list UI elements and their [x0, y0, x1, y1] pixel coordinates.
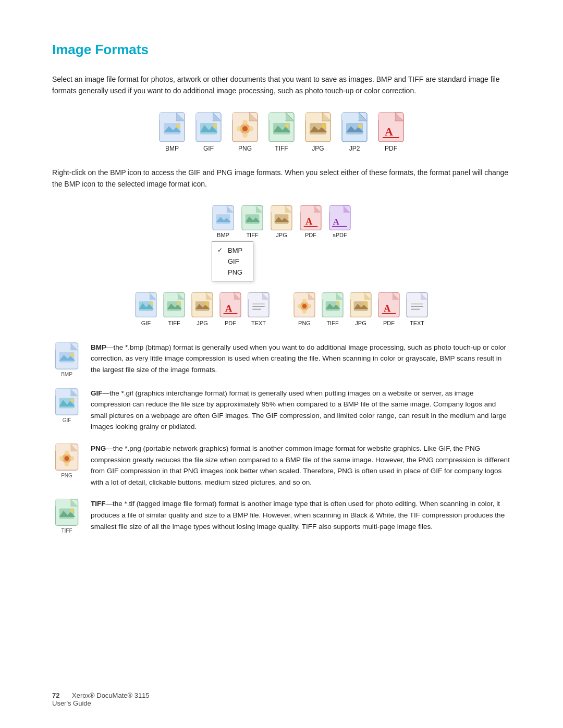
dropdown-item-gif[interactable]: GIF	[212, 256, 253, 267]
dd-spdf-icon: A	[328, 205, 351, 231]
svg-point-112	[336, 302, 339, 305]
s1-jpg: JPG	[191, 292, 214, 326]
desc-bmp-icon	[54, 342, 79, 370]
desc-bmp-text: BMP—the *.bmp (bitmap) format is general…	[91, 342, 511, 376]
desc-tiff-text: TIFF—the *.tif (tagged image file format…	[91, 498, 511, 532]
svg-rect-51	[242, 205, 256, 212]
svg-point-32	[322, 124, 326, 128]
desc-png-icon-col: PNG	[52, 443, 81, 478]
desc-png: PNG PNG—the *.png (portable network grap…	[52, 443, 511, 488]
svg-point-141	[70, 398, 74, 402]
s2-text: TEXT	[406, 292, 429, 326]
desc-gif: GIF GIF—the *.gif (graphics interchange …	[52, 388, 511, 433]
svg-point-5	[176, 124, 180, 128]
png-label: PNG	[238, 145, 252, 152]
tiff-label: TIFF	[275, 145, 288, 152]
svg-point-16	[242, 120, 248, 125]
s1-gif-label: GIF	[141, 320, 151, 326]
svg-rect-138	[55, 388, 70, 396]
svg-point-26	[285, 124, 289, 128]
svg-text:A: A	[305, 216, 313, 227]
right-click-text: Right-click on the BMP icon to access th…	[52, 167, 511, 190]
desc-png-icon	[54, 443, 79, 471]
svg-point-105	[307, 304, 311, 308]
svg-rect-83	[192, 292, 206, 299]
s1-pdf-label: PDF	[225, 320, 236, 326]
svg-point-11	[213, 124, 217, 128]
svg-rect-47	[216, 214, 230, 224]
desc-gif-icon-col: GIF	[52, 388, 81, 423]
desc-gif-icon	[54, 388, 79, 416]
svg-rect-126	[407, 292, 421, 299]
format-icon-png: PNG	[231, 112, 259, 152]
svg-rect-89	[220, 292, 234, 299]
desc-bmp-label: BMP	[61, 372, 72, 377]
svg-rect-57	[275, 214, 289, 224]
second-icons-group2: PNG TIFF	[293, 292, 429, 326]
bmp-label: BMP	[165, 145, 179, 152]
svg-text:A: A	[225, 303, 232, 314]
page-title: Image Formats	[52, 42, 511, 58]
s2-tiff: TIFF	[321, 292, 344, 326]
s2-text-label: TEXT	[410, 320, 424, 326]
png-icon	[231, 112, 259, 143]
dropdown-item-bmp[interactable]: BMP	[212, 245, 253, 256]
svg-point-17	[242, 132, 248, 138]
dd-tiff-icon	[241, 205, 264, 231]
format-icon-jp2: JP2	[341, 112, 368, 152]
format-icon-tiff: TIFF	[268, 112, 295, 152]
desc-png-label: PNG	[61, 473, 72, 478]
svg-text:A: A	[385, 125, 393, 138]
svg-point-149	[69, 456, 74, 461]
svg-point-80	[177, 302, 181, 305]
svg-rect-109	[322, 292, 336, 299]
jp2-icon	[341, 112, 368, 143]
svg-point-104	[298, 304, 302, 308]
s2-pdf-label: PDF	[383, 320, 395, 326]
dropdown-item-png[interactable]: PNG	[212, 267, 253, 278]
gif-icon	[195, 112, 222, 143]
format-icons-row: BMP GIF	[52, 112, 511, 152]
desc-bmp: BMP BMP—the *.bmp (bitmap) format is gen…	[52, 342, 511, 377]
dd-pdf-icon: A	[299, 205, 322, 231]
footer-page-number: 72	[52, 692, 59, 699]
intro-text: Select an image file format for photos, …	[52, 73, 511, 97]
svg-point-147	[65, 462, 69, 466]
pdf-label: PDF	[385, 145, 397, 152]
dropdown-demo: A A BMP TIFF	[52, 205, 511, 281]
tiff-icon	[268, 112, 295, 143]
s2-pdf: A PDF	[377, 292, 400, 326]
bmp-icon	[158, 112, 186, 143]
dd-jpg-icon	[270, 205, 293, 231]
svg-rect-46	[213, 205, 227, 212]
descriptions-section: BMP BMP—the *.bmp (bitmap) format is gen…	[52, 342, 511, 534]
svg-rect-61	[300, 205, 314, 212]
svg-rect-41	[378, 113, 395, 121]
svg-text:A: A	[384, 303, 391, 314]
svg-point-86	[205, 302, 209, 306]
svg-point-118	[364, 302, 368, 306]
dropdown-menu[interactable]: BMP GIF PNG	[212, 241, 253, 281]
s1-jpg-label: JPG	[197, 320, 207, 326]
format-icon-jpg: JPG	[304, 112, 332, 152]
footer: 72 Xerox® DocuMate® 3115 User's Guide	[52, 692, 150, 707]
svg-rect-132	[55, 342, 70, 350]
format-icon-pdf: A PDF	[377, 112, 405, 152]
s1-text: TEXT	[247, 292, 270, 326]
svg-rect-71	[136, 292, 150, 299]
svg-point-156	[70, 509, 74, 513]
desc-bmp-icon-col: BMP	[52, 342, 81, 377]
svg-point-19	[248, 126, 253, 131]
format-icon-bmp: BMP	[158, 112, 186, 152]
s1-tiff: TIFF	[163, 292, 186, 326]
desc-tiff-icon-col: TIFF	[52, 498, 81, 534]
second-icons-group1: GIF TIFF	[134, 292, 270, 326]
jpg-icon	[304, 112, 332, 143]
svg-point-135	[70, 353, 74, 356]
svg-point-150	[65, 456, 69, 461]
dd-spdf-lbl: sPDF	[328, 232, 351, 238]
s1-tiff-label: TIFF	[168, 320, 180, 326]
s1-gif: GIF	[134, 292, 157, 326]
dd-pdf-lbl: PDF	[299, 232, 322, 238]
second-icons-section: GIF TIFF	[52, 292, 511, 326]
